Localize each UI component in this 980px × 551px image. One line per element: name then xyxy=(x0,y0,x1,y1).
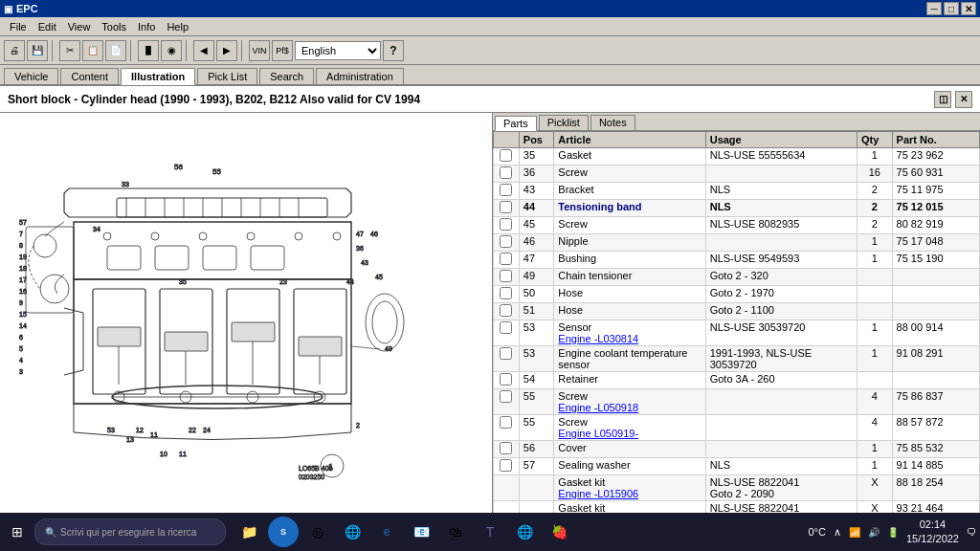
table-cell-qty: 4 xyxy=(858,415,893,441)
menu-file[interactable]: File xyxy=(4,19,33,34)
article-subtext-link[interactable]: Engine -L015906 xyxy=(558,488,638,499)
toolbar-btn-2[interactable]: 💾 xyxy=(27,40,48,61)
table-cell-checkbox[interactable] xyxy=(494,441,520,458)
row-checkbox[interactable] xyxy=(500,184,512,196)
table-cell-checkbox[interactable] xyxy=(494,252,520,269)
svg-text:33: 33 xyxy=(122,181,129,187)
taskbar-app-cortana[interactable]: ◎ xyxy=(302,517,333,547)
table-cell-checkbox[interactable] xyxy=(494,303,520,320)
table-cell-qty: 1 xyxy=(858,252,893,269)
article-subtext-link[interactable]: Engine -L030814 xyxy=(558,333,638,344)
row-checkbox[interactable] xyxy=(500,149,512,162)
row-checkbox[interactable] xyxy=(500,201,512,213)
taskbar-app-store[interactable]: 🛍 xyxy=(440,517,471,547)
article-subtext-link[interactable]: Engine -L050918 xyxy=(558,402,638,413)
table-cell-pos: 53 xyxy=(519,346,554,372)
close-button[interactable]: ✕ xyxy=(961,2,976,15)
row-checkbox[interactable] xyxy=(500,287,512,299)
table-cell-pos: 57 xyxy=(519,458,554,475)
table-cell-checkbox[interactable] xyxy=(494,200,520,217)
row-checkbox[interactable] xyxy=(500,373,512,386)
tab-vehicle[interactable]: Vehicle xyxy=(4,68,58,84)
svg-text:8: 8 xyxy=(19,242,23,249)
taskbar-app-teams[interactable]: T xyxy=(475,517,505,547)
toolbar-btn-forward[interactable]: ▶ xyxy=(216,40,237,61)
toolbar-btn-copy[interactable]: 📋 xyxy=(82,40,103,61)
menu-tools[interactable]: Tools xyxy=(96,19,132,34)
toolbar-btn-back[interactable]: ◀ xyxy=(193,40,214,61)
row-checkbox[interactable] xyxy=(500,347,512,360)
taskbar-search-text: Scrivi qui per eseguire la ricerca xyxy=(60,527,196,538)
toolbar-btn-1[interactable]: 🖨 xyxy=(4,40,25,61)
taskbar-app-raspberry[interactable]: 🍓 xyxy=(544,517,574,547)
row-checkbox[interactable] xyxy=(500,235,512,248)
toolbar-btn-cut[interactable]: ✂ xyxy=(59,40,80,61)
taskbar-app-explorer[interactable]: 📁 xyxy=(234,517,264,547)
row-checkbox[interactable] xyxy=(500,166,512,179)
parts-table: Pos Article Usage Qty Part No. 35GasketN… xyxy=(493,131,980,522)
table-cell-checkbox[interactable] xyxy=(494,286,520,303)
table-cell-checkbox[interactable] xyxy=(494,183,520,200)
tab-illustration[interactable]: Illustration xyxy=(121,68,195,85)
tab-picklist[interactable]: Pick List xyxy=(197,68,257,84)
row-checkbox[interactable] xyxy=(500,416,512,429)
table-cell-partno xyxy=(892,269,979,286)
table-cell-checkbox[interactable] xyxy=(494,346,520,372)
row-checkbox[interactable] xyxy=(500,304,512,317)
minimize-button[interactable]: ─ xyxy=(926,2,942,15)
parts-table-container[interactable]: Pos Article Usage Qty Part No. 35GasketN… xyxy=(493,131,980,522)
start-button[interactable]: ⊞ xyxy=(4,520,31,543)
tab-search[interactable]: Search xyxy=(259,68,314,84)
article-subtext-link[interactable]: Engine L050919- xyxy=(558,428,638,439)
app-title: EPC xyxy=(16,3,38,14)
table-cell-usage: 1991-1993, NLS-USE 30539720 xyxy=(705,346,857,372)
menu-edit[interactable]: Edit xyxy=(33,19,62,34)
table-cell-checkbox[interactable] xyxy=(494,458,520,475)
help-button[interactable]: ? xyxy=(383,40,404,61)
taskbar-app-office[interactable]: 📧 xyxy=(406,517,436,547)
parts-tab-parts[interactable]: Parts xyxy=(495,116,537,131)
table-cell-checkbox[interactable] xyxy=(494,165,520,183)
row-checkbox[interactable] xyxy=(500,321,512,334)
row-checkbox[interactable] xyxy=(500,459,512,472)
table-cell-checkbox[interactable] xyxy=(494,372,520,389)
toolbar-btn-5[interactable]: ▐▌ xyxy=(138,40,159,61)
language-select[interactable]: English xyxy=(295,41,381,60)
parts-tab-notes[interactable]: Notes xyxy=(590,115,635,130)
row-checkbox[interactable] xyxy=(500,253,512,265)
tab-content[interactable]: Content xyxy=(60,68,119,84)
maximize-button[interactable]: □ xyxy=(944,2,959,15)
taskbar-app-chrome[interactable]: 🌐 xyxy=(509,517,540,547)
menu-help[interactable]: Help xyxy=(161,19,194,34)
table-cell-usage: Goto 2 - 320 xyxy=(705,269,857,286)
table-cell-checkbox[interactable] xyxy=(494,475,520,501)
row-checkbox[interactable] xyxy=(500,442,512,454)
parts-tab-picklist[interactable]: Picklist xyxy=(539,115,589,130)
svg-text:2: 2 xyxy=(356,422,360,429)
taskbar-app-ie[interactable]: e xyxy=(371,517,402,547)
menu-info[interactable]: Info xyxy=(132,19,161,34)
row-checkbox[interactable] xyxy=(500,390,512,403)
toolbar-btn-6[interactable]: ◉ xyxy=(161,40,182,61)
menu-view[interactable]: View xyxy=(62,19,97,34)
page-icon-1[interactable]: ◫ xyxy=(934,91,951,108)
taskbar-search-box[interactable]: 🔍 Scrivi qui per eseguire la ricerca xyxy=(34,518,226,545)
table-cell-checkbox[interactable] xyxy=(494,415,520,441)
taskbar-app-saab[interactable]: S xyxy=(268,517,299,547)
table-cell-checkbox[interactable] xyxy=(494,234,520,252)
toolbar-btn-paste[interactable]: 📄 xyxy=(105,40,126,61)
table-cell-checkbox[interactable] xyxy=(494,389,520,415)
clock-date: 15/12/2022 xyxy=(906,532,959,546)
page-icon-2[interactable]: ✕ xyxy=(955,91,972,108)
row-checkbox[interactable] xyxy=(500,270,512,282)
toolbar-btn-pf[interactable]: Pf$ xyxy=(272,40,293,61)
row-checkbox[interactable] xyxy=(500,218,512,231)
toolbar-btn-img[interactable]: VIN xyxy=(249,40,270,61)
table-cell-checkbox[interactable] xyxy=(494,217,520,234)
taskbar-app-edge[interactable]: 🌐 xyxy=(337,517,368,547)
table-cell-article: Tensioning band xyxy=(554,200,705,217)
tab-administration[interactable]: Administration xyxy=(316,68,404,84)
table-cell-checkbox[interactable] xyxy=(494,148,520,165)
table-cell-checkbox[interactable] xyxy=(494,320,520,346)
table-cell-checkbox[interactable] xyxy=(494,269,520,286)
